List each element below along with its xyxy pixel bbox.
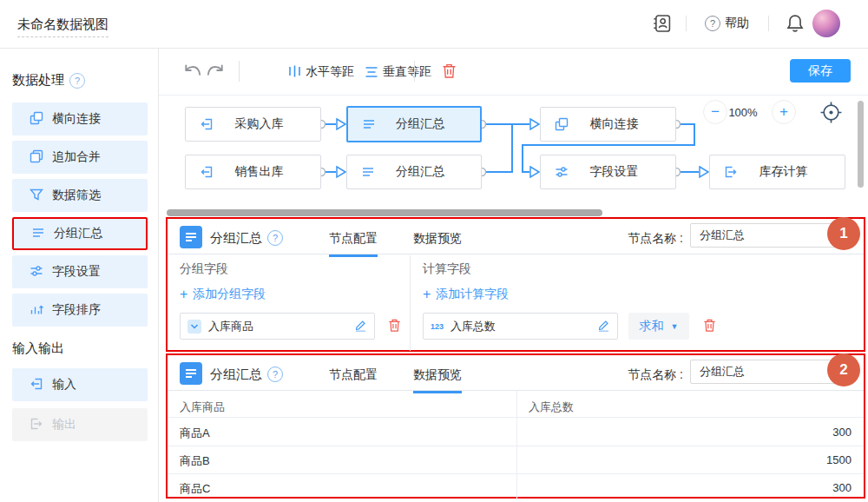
fit-view-icon[interactable] [819, 101, 843, 127]
vertical-scrollbar[interactable] [858, 101, 864, 188]
bell-icon[interactable] [786, 13, 805, 36]
calc-field-name: 入库总数 [450, 319, 597, 334]
plus-icon: + [180, 287, 187, 302]
redo-icon[interactable] [206, 63, 225, 81]
user-avatar[interactable] [812, 10, 840, 37]
column-divider [410, 255, 411, 351]
sidebar-item-label: 追加合并 [52, 149, 101, 165]
divider [414, 61, 415, 82]
question-icon: ? [705, 16, 720, 31]
annotation-badge-2: 2 [827, 353, 860, 386]
group-fields-label: 分组字段 [180, 261, 228, 277]
save-button[interactable]: 保存 [790, 59, 851, 83]
table-cell-total: 300 [529, 426, 852, 439]
sidebar-item-horizontal-join[interactable]: 横向连接 [12, 102, 148, 135]
top-bar: 未命名数据视图 ? 帮助 [0, 0, 868, 49]
edit-icon[interactable] [597, 319, 610, 334]
table-row-border [168, 417, 864, 418]
panel-data-preview: 分组汇总 ? 节点配置 数据预览 节点名称 : 2 入库商品 入库总数 商品A … [166, 353, 865, 499]
zoom-in-button[interactable]: + [772, 100, 796, 124]
sidebar-item-label: 字段排序 [52, 302, 101, 318]
divider [239, 61, 240, 82]
table-header-cell: 入库总数 [529, 400, 574, 415]
sidebar-item-data-filter[interactable]: 数据筛选 [12, 179, 148, 212]
node-sales-outbound[interactable]: 销售出库 [185, 155, 321, 189]
table-row-border [168, 473, 864, 474]
horizontal-scrollbar[interactable] [167, 209, 602, 216]
node-label: 库存计算 [738, 164, 829, 180]
node-field-settings[interactable]: 字段设置 [540, 155, 676, 189]
divider [768, 16, 769, 31]
output-icon [724, 165, 738, 179]
node-group-summary-2[interactable]: 分组汇总 [346, 155, 482, 189]
sidebar-item-output: 输出 [12, 408, 148, 441]
node-name-input[interactable] [690, 223, 848, 248]
node-inventory-calc[interactable]: 库存计算 [709, 155, 845, 189]
table-cell-product: 商品B [180, 453, 210, 469]
group-summary-icon [180, 226, 202, 248]
add-calc-field-button[interactable]: + 添加计算字段 [423, 287, 509, 302]
question-icon[interactable]: ? [69, 73, 85, 89]
node-name-label: 节点名称 : [618, 231, 683, 247]
input-icon [200, 165, 214, 179]
sidebar-item-append-merge[interactable]: 追加合并 [12, 141, 148, 174]
sidebar-item-label: 数据筛选 [52, 188, 101, 203]
node-group-summary-1[interactable]: 分组汇总 [346, 106, 482, 142]
undo-icon[interactable] [183, 63, 202, 81]
delete-group-field-icon[interactable] [388, 318, 401, 333]
sidebar-item-label: 分组汇总 [54, 226, 102, 241]
horizontal-distribute-label[interactable]: 水平等距 [306, 64, 354, 80]
horizontal-distribute-icon[interactable] [288, 64, 301, 81]
question-icon[interactable]: ? [267, 367, 283, 382]
calc-field-item[interactable]: 123 入库总数 [423, 313, 618, 340]
zoom-level: 100% [726, 106, 760, 119]
help-button[interactable]: ? 帮助 [705, 16, 749, 31]
node-label: 横向连接 [569, 116, 660, 132]
annotation-badge-1: 1 [827, 217, 860, 250]
delete-node-icon[interactable] [442, 63, 457, 79]
sidebar-item-input[interactable]: 输入 [12, 368, 148, 401]
app-window: 未命名数据视图 ? 帮助 数据处理 ? [0, 0, 868, 502]
node-name-input[interactable] [690, 360, 848, 384]
sort-icon [30, 302, 43, 319]
sidebar-section-data-processing: 数据处理 ? [12, 72, 85, 89]
tab-data-preview[interactable]: 数据预览 [413, 231, 462, 254]
sidebar-item-label: 输出 [52, 417, 76, 433]
question-icon[interactable]: ? [267, 230, 283, 246]
input-icon [200, 117, 214, 131]
node-purchase-inbound[interactable]: 采购入库 [185, 107, 321, 142]
filter-icon [30, 188, 43, 204]
sidebar-item-label: 横向连接 [52, 111, 101, 127]
sidebar-item-group-summary[interactable]: 分组汇总 [12, 217, 148, 250]
sidebar-item-field-sort[interactable]: 字段排序 [12, 294, 148, 327]
vertical-distribute-icon[interactable] [365, 66, 378, 81]
dimension-type-icon [187, 320, 201, 334]
aggregation-dropdown[interactable]: 求和 ▼ [628, 313, 689, 340]
panel-header-separator [168, 254, 864, 254]
sidebar-item-label: 输入 [52, 377, 76, 393]
panel-header-separator [168, 390, 864, 391]
page-title[interactable]: 未命名数据视图 [17, 17, 108, 37]
sidebar-item-field-settings[interactable]: 字段设置 [12, 255, 148, 288]
vertical-distribute-label[interactable]: 垂直等距 [383, 64, 431, 80]
node-label: 字段设置 [569, 164, 660, 180]
add-group-field-button[interactable]: + 添加分组字段 [180, 287, 266, 302]
group-summary-icon [31, 226, 45, 242]
join-icon [30, 111, 43, 128]
help-label: 帮助 [725, 16, 749, 31]
node-label: 分组汇总 [375, 164, 465, 180]
table-row-border [168, 446, 864, 446]
input-icon [30, 377, 43, 393]
table-header-cell: 入库商品 [180, 400, 225, 415]
contacts-icon[interactable] [653, 14, 672, 36]
edit-icon[interactable] [354, 319, 367, 334]
delete-calc-field-icon[interactable] [703, 318, 716, 333]
tab-node-config[interactable]: 节点配置 [329, 367, 378, 391]
group-field-name: 入库商品 [208, 319, 354, 334]
node-label: 采购入库 [214, 116, 305, 132]
group-summary-icon [362, 117, 376, 131]
group-field-item[interactable]: 入库商品 [180, 313, 375, 340]
node-horizontal-join[interactable]: 横向连接 [540, 107, 676, 142]
plus-icon: + [423, 287, 431, 302]
zoom-out-button[interactable]: − [703, 100, 727, 124]
